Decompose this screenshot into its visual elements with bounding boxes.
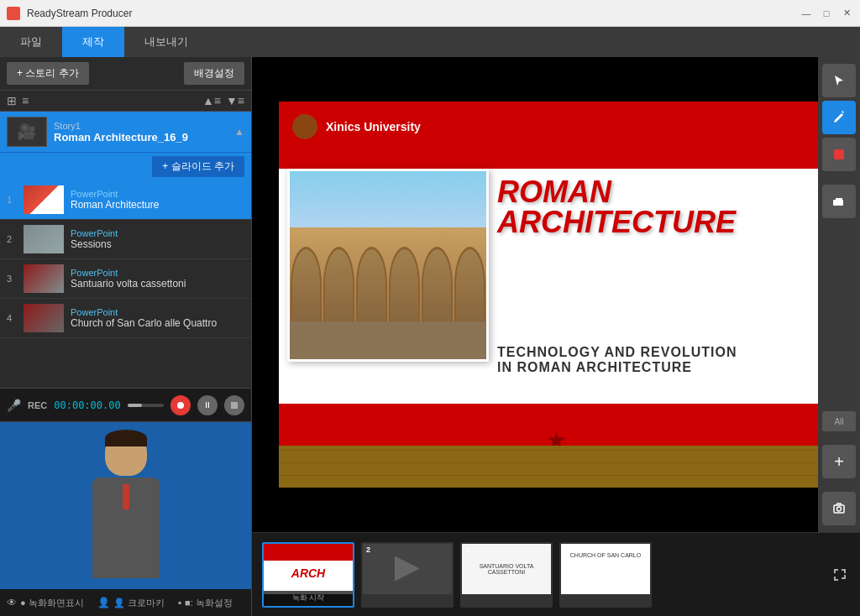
dot-shape — [834, 149, 844, 159]
cursor-tool-button[interactable] — [822, 64, 856, 97]
rec-stop-button[interactable] — [224, 395, 244, 415]
rec-pause-button[interactable]: ⏸ — [197, 395, 218, 415]
slide-num-4: 4 — [7, 313, 20, 323]
slide-title-1: Roman Architecture — [71, 199, 244, 211]
move-up-icon[interactable]: ▲≡ — [202, 94, 221, 107]
colosseum-image — [287, 169, 489, 362]
slide-subtitle-line1: TECHNOLOGY AND REVOLUTION — [497, 345, 825, 360]
colosseum-building — [290, 227, 486, 321]
film-thumb-2[interactable]: 2 — [361, 542, 454, 608]
university-name: Xinics University — [326, 120, 421, 133]
settings-icon: ▪ — [178, 597, 181, 608]
slide-num-3: 3 — [7, 274, 20, 284]
colosseum-arches — [290, 227, 486, 321]
show-recording-label: ● 녹화화면표시 — [20, 597, 84, 609]
svg-point-2 — [837, 507, 842, 511]
camera-preview — [0, 421, 251, 589]
eraser-tool-button[interactable] — [822, 185, 856, 218]
slide-thumb-4 — [24, 304, 64, 332]
slide-type-2: PowerPoint — [71, 228, 244, 238]
film-content-2 — [363, 544, 452, 594]
plus-icon: + — [834, 453, 844, 470]
slide-info-3: PowerPoint Santuario volta cassettoni — [71, 268, 244, 290]
app-icon — [7, 7, 20, 20]
filmstrip: ARCH 녹화 시작 2 SANTUARIO VOLTA CASSETTONI … — [252, 532, 860, 616]
chroma-key-label: 👤 크로마키 — [113, 597, 165, 609]
film-label-1: 녹화 시작 — [264, 591, 353, 606]
slide-item-1[interactable]: 1 PowerPoint Roman Architecture — [0, 180, 251, 220]
add-slide-button[interactable]: + 슬라이드 추가 — [152, 156, 244, 177]
chroma-key-button[interactable]: 👤 👤 크로마키 — [97, 597, 165, 609]
person-icon: 👤 — [97, 597, 110, 608]
film-thumb-1[interactable]: ARCH 녹화 시작 — [262, 542, 354, 608]
slide-num-2: 2 — [7, 234, 20, 244]
slide-header-band: Xinics University — [279, 102, 833, 152]
screenshot-button[interactable] — [822, 492, 856, 525]
slide-subtitle: TECHNOLOGY AND REVOLUTION IN ROMAN ARCHI… — [497, 345, 825, 375]
video-icon: 🎥 — [18, 123, 36, 141]
rec-record-button[interactable] — [170, 395, 191, 415]
move-down-icon[interactable]: ▼≡ — [226, 94, 244, 107]
mic-icon: 🎤 — [7, 399, 21, 412]
recording-settings-button[interactable]: ▪ ■: 녹화설정 — [178, 597, 233, 609]
stop-square — [231, 402, 238, 409]
tab-produce[interactable]: 제작 — [62, 27, 124, 57]
slide-item-4[interactable]: 4 PowerPoint Church of San Carlo alle Qu… — [0, 299, 251, 338]
slide-info-4: PowerPoint Church of San Carlo alle Quat… — [71, 307, 244, 329]
minimize-button[interactable]: — — [800, 7, 813, 20]
grid-icon[interactable]: ⊞ — [7, 94, 17, 107]
main-layout: + 스토리 추가 배경설정 ⊞ ≡ ▲≡ ▼≡ 🎥 Story1 Roman A… — [0, 57, 860, 616]
slide-thumb-3 — [24, 264, 64, 293]
maximize-button[interactable]: □ — [820, 7, 833, 20]
brick-area — [279, 446, 833, 488]
left-panel: + 스토리 추가 배경설정 ⊞ ≡ ▲≡ ▼≡ 🎥 Story1 Roman A… — [0, 57, 252, 616]
story-name: Roman Architecture_16_9 — [54, 131, 234, 144]
person-tie — [123, 484, 129, 509]
person-body — [92, 478, 160, 578]
slide-title-4: Church of San Carlo alle Quattro — [71, 317, 244, 329]
slide-title-2: Sessions — [71, 238, 244, 250]
close-button[interactable]: ✕ — [840, 7, 853, 20]
menu-bar: 파일 제작 내보내기 — [0, 27, 860, 57]
right-toolbar: All + — [818, 57, 860, 532]
university-logo — [292, 114, 317, 139]
bg-settings-button[interactable]: 배경설정 — [184, 62, 244, 85]
dot-tool-button[interactable] — [822, 138, 856, 171]
pen-tool-button[interactable] — [822, 101, 856, 134]
svg-rect-0 — [833, 200, 843, 206]
slide-red-top-bar — [279, 152, 833, 169]
main-preview: Xinics University — [252, 57, 860, 532]
story-header: 🎥 Story1 Roman Architecture_16_9 ▲ — [0, 112, 251, 152]
recording-bar: 🎤 REC 00:00:00.00 ⏸ — [0, 388, 251, 421]
all-button[interactable]: All — [822, 411, 856, 431]
collapse-icon[interactable]: ▲ — [234, 126, 244, 138]
recording-settings-label: ■: 녹화설정 — [185, 597, 233, 609]
slide-item-3[interactable]: 3 PowerPoint Santuario volta cassettoni — [0, 259, 251, 299]
arrow-shape — [395, 556, 420, 582]
slide-item-2[interactable]: 2 PowerPoint Sessions — [0, 220, 251, 259]
person-hair — [105, 430, 147, 446]
slide-type-1: PowerPoint — [71, 189, 244, 199]
fullscreen-button[interactable] — [830, 565, 850, 585]
slide-subtitle-line2: IN ROMAN ARCHITECTURE — [497, 360, 825, 375]
right-area: Xinics University — [252, 57, 860, 616]
slide-type-4: PowerPoint — [71, 307, 244, 317]
colosseum-sky — [290, 171, 486, 227]
tab-file[interactable]: 파일 — [0, 27, 62, 57]
title-bar: ReadyStream Producer — □ ✕ — [0, 0, 860, 27]
add-story-button[interactable]: + 스토리 추가 — [7, 62, 89, 85]
film-num-4: 4 — [564, 546, 569, 554]
rec-label: REC — [28, 400, 47, 410]
slide-num-1: 1 — [7, 195, 20, 205]
list-icon[interactable]: ≡ — [22, 94, 29, 107]
add-button[interactable]: + — [822, 445, 856, 478]
film-thumb-3[interactable]: SANTUARIO VOLTA CASSETTONI 3 — [460, 542, 553, 608]
film-thumb-4[interactable]: CHURCH OF SAN CARLO 4 — [559, 542, 652, 608]
tab-export[interactable]: 내보내기 — [124, 27, 208, 57]
slide-preview: Xinics University — [279, 102, 833, 488]
camera-bottom-bar: 👁 ● 녹화화면표시 👤 👤 크로마키 ▪ ■: 녹화설정 — [0, 589, 251, 616]
slide-main-title: ROMAN ARCHITECTURE — [497, 177, 825, 238]
slide-thumb-2 — [24, 225, 64, 253]
show-recording-button[interactable]: 👁 ● 녹화화면표시 — [7, 597, 84, 609]
slide-bottom-red: ★ — [279, 404, 833, 488]
